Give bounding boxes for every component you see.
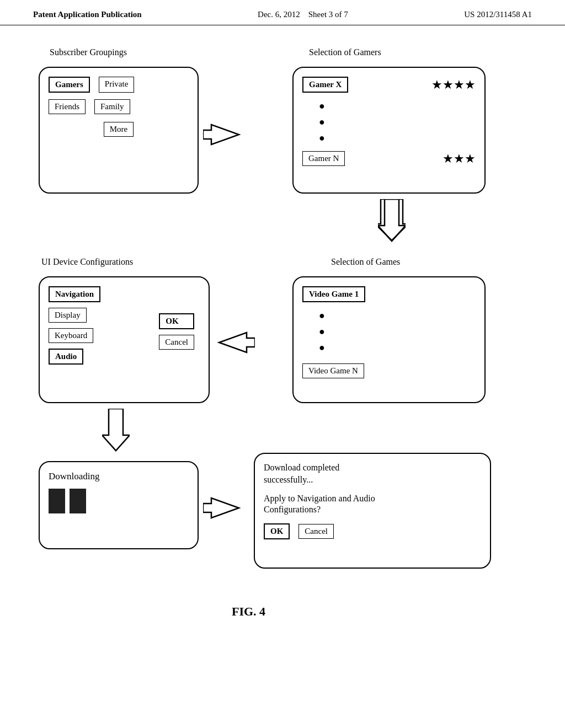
ok-button-ui[interactable]: OK <box>159 313 194 329</box>
arrow-left-1 <box>211 331 255 356</box>
download-line1: Download completed <box>264 463 481 473</box>
figure-label: FIG. 4 <box>232 604 265 619</box>
more-button[interactable]: More <box>104 122 134 137</box>
gamer-x-stars: ★★★★ <box>431 78 476 92</box>
diagram-area: Subscriber Groupings Gamers Private Frie… <box>0 25 565 709</box>
arrow-down-1 <box>378 199 406 245</box>
gamer-n-stars: ★★★ <box>443 152 476 166</box>
bullet-2: ● <box>319 114 476 130</box>
svg-marker-6 <box>203 498 239 518</box>
header-right: US 2012/311458 A1 <box>464 10 532 19</box>
display-button[interactable]: Display <box>49 308 87 323</box>
arrow-right-1 <box>203 124 247 148</box>
game-bullet-1: ● <box>319 308 476 324</box>
gamers-button[interactable]: Gamers <box>49 77 90 93</box>
selection-of-games-box: Video Game 1 ● ● ● Video Game N <box>292 276 486 403</box>
cancel-button-dl[interactable]: Cancel <box>299 524 334 539</box>
selection-of-games-label: Selection of Games <box>331 257 400 267</box>
svg-marker-4 <box>219 333 255 352</box>
progress-bars <box>49 489 189 513</box>
ok-button-dl[interactable]: OK <box>264 523 290 539</box>
video-game-n-button[interactable]: Video Game N <box>302 363 364 378</box>
game-bullet-3: ● <box>319 340 476 356</box>
downloading-box: Downloading <box>39 461 199 549</box>
header-left: Patent Application Publication <box>33 10 142 19</box>
family-button[interactable]: Family <box>94 99 130 114</box>
subscriber-groupings-box: Gamers Private Friends Family More <box>39 67 199 194</box>
svg-marker-5 <box>102 409 130 451</box>
ui-device-configurations-box: Navigation Display Keyboard Audio OK Can… <box>39 276 210 403</box>
gamer-n-button[interactable]: Gamer N <box>302 151 345 166</box>
subscriber-groupings-label: Subscriber Groupings <box>50 47 127 57</box>
download-line4: Configurations? <box>264 505 481 515</box>
ui-device-configurations-label: UI Device Configurations <box>41 257 133 267</box>
progress-bar-2 <box>70 489 86 513</box>
download-complete-box: Download completed successfully... Apply… <box>254 453 491 569</box>
header-date: Dec. 6, 2012 Sheet 3 of 7 <box>258 10 348 19</box>
selection-of-gamers-box: Gamer X ★★★★ ● ● ● Gamer N ★★★ <box>292 67 486 194</box>
keyboard-button[interactable]: Keyboard <box>49 328 93 343</box>
cancel-button-ui[interactable]: Cancel <box>159 335 194 350</box>
audio-button[interactable]: Audio <box>49 349 83 365</box>
arrow-right-2 <box>203 497 247 521</box>
svg-rect-0 <box>203 132 231 137</box>
downloading-label: Downloading <box>49 471 189 482</box>
download-line2: successfully... <box>264 475 481 485</box>
download-line3: Apply to Navigation and Audio <box>264 494 481 504</box>
bullet-3: ● <box>319 130 476 146</box>
page-header: Patent Application Publication Dec. 6, 2… <box>0 0 565 25</box>
arrow-down-2 <box>102 409 130 455</box>
gamer-x-button[interactable]: Gamer X <box>302 77 348 93</box>
selection-of-gamers-label: Selection of Gamers <box>309 47 381 57</box>
svg-marker-3 <box>378 199 406 241</box>
navigation-button[interactable]: Navigation <box>49 286 100 302</box>
private-button[interactable]: Private <box>99 77 135 93</box>
video-game-1-button[interactable]: Video Game 1 <box>302 286 365 302</box>
svg-marker-2 <box>378 199 406 240</box>
progress-bar-1 <box>49 489 65 513</box>
friends-button[interactable]: Friends <box>49 99 86 114</box>
game-bullet-2: ● <box>319 324 476 340</box>
bullet-1: ● <box>319 98 476 114</box>
